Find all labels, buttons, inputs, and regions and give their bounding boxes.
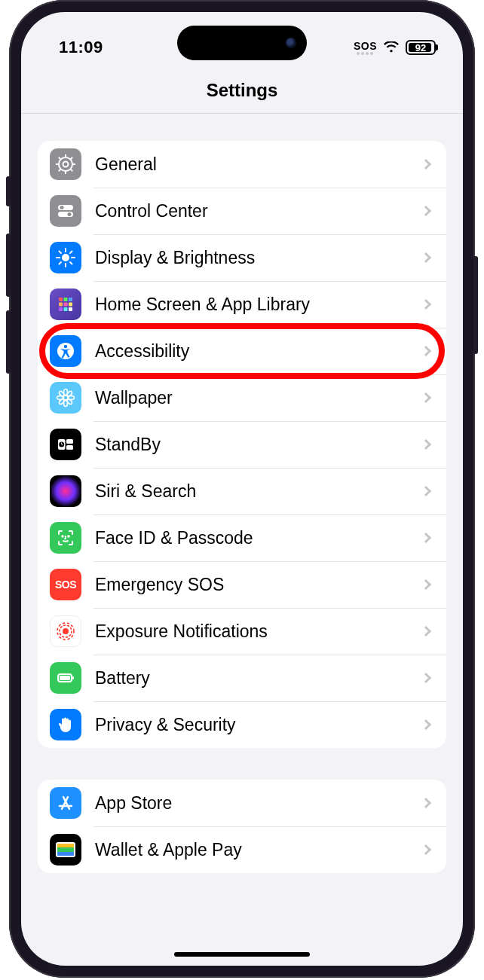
row-control-center[interactable]: Control Center bbox=[38, 188, 446, 234]
sos-icon: SOS bbox=[50, 569, 81, 600]
wallet-icon bbox=[50, 834, 81, 866]
exposure-icon bbox=[50, 615, 81, 647]
row-label: General bbox=[95, 154, 422, 175]
row-label: Wallet & Apple Pay bbox=[95, 840, 422, 860]
clock-squares-icon bbox=[50, 429, 81, 460]
svg-point-49 bbox=[68, 536, 69, 537]
svg-line-19 bbox=[60, 252, 62, 254]
settings-group-general: General Control Center Display & Brightn… bbox=[38, 141, 446, 748]
toggles-icon bbox=[50, 195, 81, 227]
settings-group-store: App Store Wallet & Apple Pay bbox=[38, 780, 446, 873]
svg-point-11 bbox=[60, 206, 64, 209]
row-general[interactable]: General bbox=[38, 141, 446, 188]
row-label: Emergency SOS bbox=[95, 575, 422, 595]
row-siri-search[interactable]: Siri & Search bbox=[38, 468, 446, 514]
row-label: Control Center bbox=[95, 201, 422, 221]
battery-indicator: 92 bbox=[406, 40, 436, 55]
row-accessibility[interactable]: Accessibility bbox=[38, 328, 446, 374]
chevron-right-icon bbox=[421, 626, 431, 637]
row-exposure-notifications[interactable]: Exposure Notifications bbox=[38, 608, 446, 655]
chevron-right-icon bbox=[421, 673, 431, 683]
row-wallet-apple-pay[interactable]: Wallet & Apple Pay bbox=[38, 826, 446, 873]
svg-rect-26 bbox=[59, 303, 63, 307]
svg-line-7 bbox=[70, 169, 72, 171]
flower-icon bbox=[50, 382, 81, 414]
volume-up-button[interactable] bbox=[6, 234, 11, 297]
row-wallpaper[interactable]: Wallpaper bbox=[38, 374, 446, 421]
row-label: StandBy bbox=[95, 435, 422, 455]
chevron-right-icon bbox=[421, 159, 431, 169]
svg-line-9 bbox=[59, 169, 61, 171]
svg-line-20 bbox=[70, 262, 72, 264]
row-label: Exposure Notifications bbox=[95, 621, 422, 642]
svg-rect-30 bbox=[64, 307, 68, 311]
chevron-right-icon bbox=[421, 533, 431, 543]
chevron-right-icon bbox=[421, 346, 431, 356]
settings-content[interactable]: General Control Center Display & Brightn… bbox=[21, 114, 463, 873]
svg-rect-46 bbox=[66, 445, 73, 450]
svg-rect-27 bbox=[64, 303, 68, 307]
row-label: Display & Brightness bbox=[95, 248, 422, 268]
svg-rect-45 bbox=[66, 439, 73, 444]
chevron-right-icon bbox=[421, 844, 431, 855]
svg-point-1 bbox=[63, 162, 69, 167]
svg-rect-55 bbox=[72, 676, 74, 679]
sun-icon bbox=[50, 242, 81, 273]
appstore-icon bbox=[50, 787, 81, 819]
row-app-store[interactable]: App Store bbox=[38, 780, 446, 826]
grid-icon bbox=[50, 289, 81, 320]
svg-point-50 bbox=[63, 628, 69, 634]
row-faceid-passcode[interactable]: Face ID & Passcode bbox=[38, 514, 446, 561]
row-display-brightness[interactable]: Display & Brightness bbox=[38, 234, 446, 281]
chevron-right-icon bbox=[421, 392, 431, 403]
page-title: Settings bbox=[21, 69, 463, 114]
row-emergency-sos[interactable]: SOS Emergency SOS bbox=[38, 561, 446, 608]
chevron-right-icon bbox=[421, 299, 431, 310]
row-label: Privacy & Security bbox=[95, 715, 422, 735]
svg-point-13 bbox=[68, 212, 72, 216]
sos-indicator: SOS bbox=[354, 41, 377, 55]
row-home-screen[interactable]: Home Screen & App Library bbox=[38, 281, 446, 328]
svg-rect-31 bbox=[69, 307, 72, 311]
svg-point-47 bbox=[58, 484, 73, 499]
row-label: Home Screen & App Library bbox=[95, 295, 422, 315]
svg-line-22 bbox=[60, 262, 62, 264]
status-time: 11:09 bbox=[59, 38, 103, 57]
svg-line-21 bbox=[70, 252, 72, 254]
siri-icon bbox=[50, 475, 81, 507]
row-label: Face ID & Passcode bbox=[95, 528, 422, 548]
row-standby[interactable]: StandBy bbox=[38, 421, 446, 468]
chevron-right-icon bbox=[421, 719, 431, 730]
home-indicator[interactable] bbox=[174, 952, 310, 957]
row-battery[interactable]: Battery bbox=[38, 655, 446, 701]
mute-switch[interactable] bbox=[6, 176, 11, 206]
wifi-icon bbox=[383, 41, 400, 53]
svg-rect-29 bbox=[59, 307, 63, 311]
faceid-icon bbox=[50, 522, 81, 554]
svg-line-8 bbox=[70, 157, 72, 160]
svg-point-33 bbox=[64, 345, 67, 348]
svg-point-14 bbox=[62, 254, 69, 261]
hand-icon bbox=[50, 709, 81, 740]
row-label: Siri & Search bbox=[95, 481, 422, 502]
svg-rect-23 bbox=[59, 298, 63, 301]
svg-rect-24 bbox=[64, 298, 68, 301]
row-label: Battery bbox=[95, 668, 422, 688]
row-privacy-security[interactable]: Privacy & Security bbox=[38, 701, 446, 748]
volume-down-button[interactable] bbox=[6, 310, 11, 374]
row-label: Wallpaper bbox=[95, 388, 422, 408]
chevron-right-icon bbox=[421, 252, 431, 263]
battery-icon bbox=[50, 662, 81, 694]
row-label: App Store bbox=[95, 793, 422, 814]
svg-point-0 bbox=[59, 157, 72, 171]
svg-rect-25 bbox=[69, 298, 72, 301]
svg-rect-28 bbox=[69, 303, 72, 307]
row-label: Accessibility bbox=[95, 341, 422, 362]
svg-rect-54 bbox=[60, 676, 70, 680]
chevron-right-icon bbox=[421, 439, 431, 450]
svg-line-6 bbox=[59, 157, 61, 160]
gear-icon bbox=[50, 148, 81, 180]
power-button[interactable] bbox=[473, 256, 478, 354]
chevron-right-icon bbox=[421, 798, 431, 808]
front-camera bbox=[286, 38, 296, 48]
